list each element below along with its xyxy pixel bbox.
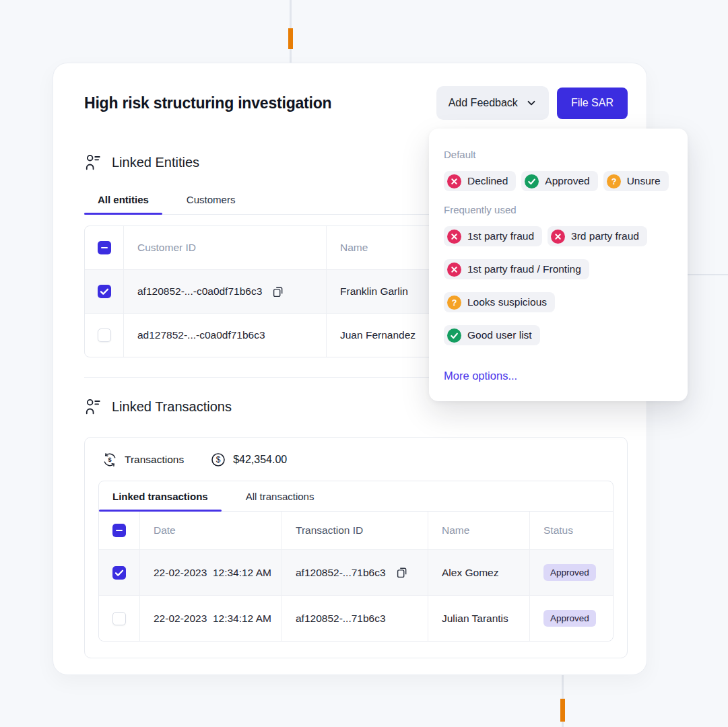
column-header-name: Name	[428, 512, 529, 549]
column-header-status: Status	[529, 512, 613, 549]
feedback-chip-good-user-list[interactable]: Good user list	[444, 325, 540, 345]
date-value: 22-02-2023 12:34:12 AM	[139, 550, 282, 595]
tab-customers[interactable]: Customers	[173, 194, 249, 214]
more-options-link[interactable]: More options...	[444, 370, 673, 382]
feedback-chip-unsure[interactable]: Unsure	[603, 171, 669, 191]
feedback-chip-3rd-party-fraud[interactable]: 3rd party fraud	[548, 226, 647, 246]
check-circle-icon	[447, 328, 461, 343]
feedback-chip-1st-party-fraud[interactable]: 1st party fraud	[444, 226, 542, 246]
feedback-chip-1st-party-fraud-fronting[interactable]: 1st party fraud / Fronting	[444, 259, 589, 279]
transaction-id-value: af120852-...71b6c3	[282, 596, 428, 641]
row-checkbox[interactable]	[98, 285, 111, 298]
transaction-id-value: af120852-...71b6c3	[296, 567, 386, 579]
status-badge: Approved	[543, 610, 596, 627]
user-list-icon	[84, 398, 102, 415]
guide-line-right	[688, 274, 728, 275]
copy-icon[interactable]	[395, 566, 408, 579]
transactions-refresh-icon	[102, 452, 117, 467]
status-badge: Approved	[543, 564, 596, 581]
check-circle-icon	[525, 174, 539, 188]
page-title: High risk structuring investigation	[84, 94, 331, 112]
row-checkbox[interactable]	[112, 566, 126, 580]
customer-id-value: ad127852-...-c0a0df71b6c3	[123, 314, 326, 357]
chevron-down-icon	[526, 98, 537, 108]
dollar-circle-icon	[211, 452, 226, 467]
popup-section-label: Default	[444, 149, 673, 160]
row-checkbox[interactable]	[98, 328, 111, 342]
linked-transactions-title: Linked Transactions	[112, 399, 232, 415]
popup-section-label: Frequently used	[444, 204, 673, 215]
date-value: 22-02-2023 12:34:12 AM	[139, 596, 282, 641]
card-header: High risk structuring investigation Add …	[84, 86, 628, 120]
transaction-name-value: Julian Tarantis	[428, 596, 529, 641]
question-circle-icon	[607, 174, 621, 188]
column-header-date: Date	[139, 512, 282, 549]
x-circle-icon	[447, 174, 461, 188]
question-circle-icon	[447, 296, 461, 310]
orange-marker-bottom	[560, 699, 565, 722]
x-circle-icon	[447, 230, 461, 244]
column-header-customer-id: Customer ID	[123, 226, 326, 269]
transactions-table-card: Linked transactions All transactions Dat…	[98, 481, 614, 642]
orange-marker-top	[288, 28, 293, 49]
table-row[interactable]: 22-02-2023 12:34:12 AM af120852-...71b6c…	[99, 549, 613, 595]
select-all-checkbox[interactable]	[98, 241, 111, 254]
tab-all-entities[interactable]: All entities	[84, 194, 162, 214]
row-checkbox[interactable]	[112, 612, 126, 625]
linked-entities-title: Linked Entities	[112, 155, 199, 170]
customer-id-value: af120852-...-c0a0df71b6c3	[137, 285, 262, 298]
select-all-checkbox[interactable]	[112, 524, 126, 537]
transactions-header-row: Date Transaction ID Name Status	[99, 512, 613, 549]
feedback-chip-declined[interactable]: Declined	[444, 171, 516, 191]
table-row[interactable]: 22-02-2023 12:34:12 AM af120852-...71b6c…	[99, 595, 613, 641]
feedback-chip-looks-suspicious[interactable]: Looks suspicious	[444, 292, 555, 312]
add-feedback-button[interactable]: Add Feedback	[436, 86, 549, 120]
user-list-icon	[84, 153, 102, 171]
add-feedback-label: Add Feedback	[449, 97, 518, 109]
transactions-label: Transactions	[125, 454, 184, 466]
transactions-summary: Transactions $42,354.00	[98, 451, 614, 467]
transactions-table: Date Transaction ID Name Status 22-02-20…	[99, 512, 613, 641]
column-header-transaction-id: Transaction ID	[282, 512, 428, 549]
transactions-panel: Transactions $42,354.00 Linked transacti…	[84, 437, 628, 658]
tab-all-transactions[interactable]: All transactions	[232, 491, 328, 511]
transactions-tabbar: Linked transactions All transactions	[99, 491, 613, 512]
header-actions: Add Feedback File SAR	[436, 86, 628, 120]
feedback-chip-approved[interactable]: Approved	[521, 171, 597, 191]
tab-linked-transactions[interactable]: Linked transactions	[99, 491, 222, 511]
file-sar-button[interactable]: File SAR	[557, 88, 628, 119]
transaction-name-value: Alex Gomez	[428, 550, 529, 595]
x-circle-icon	[447, 263, 461, 277]
copy-icon[interactable]	[271, 285, 284, 298]
feedback-popup: Default Declined Approved Unsure Frequen…	[429, 129, 688, 401]
total-amount: $42,354.00	[233, 454, 287, 466]
x-circle-icon	[551, 230, 565, 244]
